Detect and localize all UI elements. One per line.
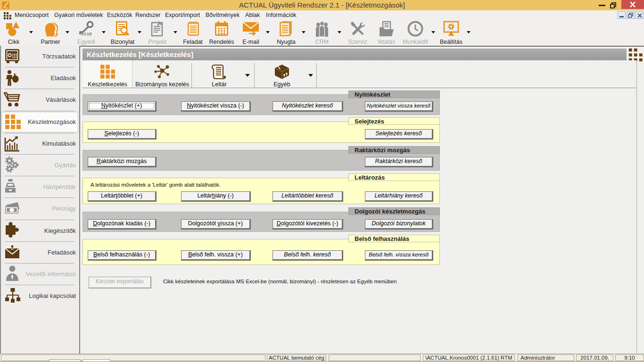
svg-text:0110: 0110 bbox=[81, 32, 92, 37]
